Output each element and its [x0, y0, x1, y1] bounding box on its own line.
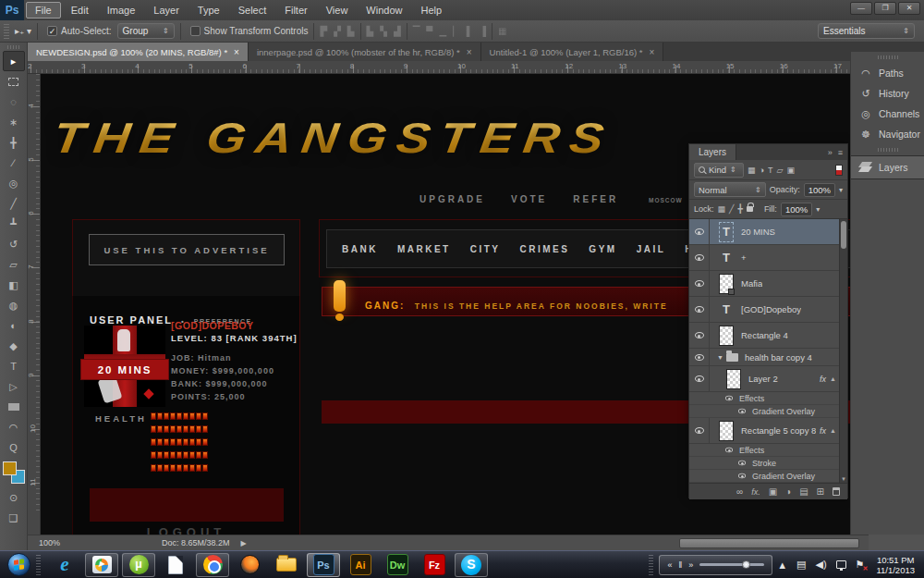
- layers-scrollbar[interactable]: ▼: [839, 219, 847, 483]
- scroll-down-icon[interactable]: ▼: [841, 476, 846, 482]
- filter-pixel-icon[interactable]: ▦: [748, 166, 756, 175]
- status-menu-arrow[interactable]: ▶: [241, 539, 247, 547]
- visibility-toggle[interactable]: [689, 219, 710, 244]
- lasso-tool[interactable]: ◌: [3, 92, 25, 112]
- move-tool[interactable]: ▸: [3, 51, 25, 71]
- taskbar-utorrent[interactable]: µ: [122, 553, 155, 577]
- collapse-effects-icon[interactable]: ▲: [830, 375, 836, 382]
- lock-transparency-icon[interactable]: ▦: [718, 204, 726, 214]
- align-right-edges-icon[interactable]: ▟: [394, 26, 401, 36]
- filter-type-icon[interactable]: T: [768, 166, 773, 175]
- dock-grip[interactable]: [878, 55, 898, 59]
- menu-filter[interactable]: Filter: [276, 3, 315, 18]
- menu-type[interactable]: Type: [189, 3, 228, 18]
- layer-row-god-dopeboy[interactable]: T [GOD]Dopeboy: [689, 297, 847, 323]
- menu-window[interactable]: Window: [358, 3, 410, 18]
- marquee-tool[interactable]: [3, 71, 25, 92]
- group-expand-icon[interactable]: ▼: [717, 354, 723, 361]
- distribute-top-icon[interactable]: ▔: [413, 26, 420, 36]
- menu-edit[interactable]: Edit: [63, 3, 97, 18]
- eyedropper-tool[interactable]: ∕: [3, 153, 25, 173]
- drag-grip[interactable]: [4, 24, 9, 39]
- show-transform-checkbox[interactable]: [190, 26, 201, 36]
- history-brush-tool[interactable]: ↺: [3, 234, 25, 254]
- screen-mode-icon[interactable]: ❑: [3, 508, 25, 528]
- path-selection-tool[interactable]: ▷: [3, 376, 25, 397]
- dock-layers[interactable]: Layers: [851, 155, 924, 179]
- layer-row-rectangle-5-copy-8[interactable]: Rectangle 5 copy 8 fx ▲: [689, 418, 847, 444]
- new-layer-icon[interactable]: ⊞: [817, 486, 824, 497]
- dock-channels[interactable]: ◎ Channels: [851, 104, 924, 124]
- collapse-panel-icon[interactable]: »: [828, 148, 833, 157]
- filter-kind-dropdown[interactable]: Kind ⇕: [694, 163, 744, 178]
- layer-row-layer-2[interactable]: Layer 2 fx ▲: [689, 366, 847, 392]
- minimize-button[interactable]: —: [850, 2, 872, 15]
- tab-close-icon[interactable]: ×: [234, 47, 239, 57]
- effects-row[interactable]: Effects: [689, 392, 847, 405]
- type-tool[interactable]: T: [3, 356, 25, 376]
- rewind-icon[interactable]: «: [667, 560, 672, 570]
- add-layer-style-icon[interactable]: fx.: [751, 487, 760, 497]
- align-bottom-edges-icon[interactable]: ▙: [347, 26, 355, 36]
- visibility-toggle[interactable]: [689, 271, 710, 296]
- layer-row-mafia[interactable]: Mafia: [689, 271, 847, 297]
- media-seek-slider[interactable]: [699, 563, 764, 566]
- forward-icon[interactable]: »: [688, 560, 693, 570]
- eye-icon[interactable]: [725, 396, 733, 401]
- add-adjustment-layer-icon[interactable]: ◑: [785, 486, 791, 497]
- effect-stroke-row[interactable]: Stroke: [689, 457, 847, 470]
- taskbar-skype[interactable]: S: [455, 553, 488, 577]
- taskbar-illustrator[interactable]: Ai: [344, 553, 377, 577]
- tab-innerpage[interactable]: innerpage.psd @ 100% (mobster of the hr,…: [249, 43, 481, 61]
- shape-tool[interactable]: [3, 397, 25, 417]
- taskbar-explorer[interactable]: [270, 553, 303, 577]
- foreground-color-swatch[interactable]: [3, 461, 17, 475]
- dock-history[interactable]: ↺ History: [851, 83, 924, 104]
- tab-newdesign[interactable]: NEWDESIGN.psd @ 100% (20 MINS, RGB/8#) *…: [28, 43, 249, 61]
- effect-gradient-overlay-row[interactable]: Gradient Overlay: [689, 405, 847, 418]
- taskbar-chrome[interactable]: [196, 553, 229, 577]
- brush-tool[interactable]: ╱: [3, 193, 25, 214]
- dock-grip[interactable]: [878, 148, 898, 152]
- eye-icon[interactable]: [725, 448, 733, 453]
- taskbar-media-player[interactable]: [85, 553, 118, 577]
- taskbar-filezilla[interactable]: Fz: [418, 553, 451, 577]
- panel-menu-icon[interactable]: ≡: [838, 148, 843, 157]
- workspace-switcher[interactable]: Essentials⇕: [818, 23, 915, 39]
- visibility-toggle[interactable]: [689, 366, 710, 391]
- layer-row-plus[interactable]: T +: [689, 245, 847, 271]
- eye-icon[interactable]: [738, 409, 746, 414]
- effects-row[interactable]: Effects: [689, 444, 847, 457]
- layers-panel-tab[interactable]: Layers: [689, 144, 736, 160]
- distribute-bottom-icon[interactable]: ▁: [439, 26, 446, 36]
- add-layer-mask-icon[interactable]: ▣: [769, 486, 777, 497]
- layer-group-health-bar[interactable]: ▼ health bar copy 4: [689, 349, 847, 366]
- tray-notes-icon[interactable]: ▤: [796, 559, 806, 571]
- link-layers-icon[interactable]: ∞: [736, 486, 743, 497]
- collapse-effects-icon[interactable]: ▲: [830, 427, 836, 434]
- lock-all-icon[interactable]: [747, 206, 753, 212]
- auto-align-layers-icon[interactable]: ▦: [498, 26, 506, 36]
- effect-gradient-overlay-row[interactable]: Gradient Overlay: [689, 470, 847, 483]
- filter-toggle[interactable]: [835, 165, 843, 176]
- scrollbar-thumb[interactable]: [841, 221, 846, 249]
- eye-icon[interactable]: [738, 461, 746, 466]
- dock-navigator[interactable]: ☸ Navigator: [851, 124, 924, 144]
- auto-select-target-dropdown[interactable]: Group⇕: [117, 23, 175, 39]
- toolbox-grip[interactable]: [7, 45, 20, 49]
- align-top-edges-icon[interactable]: ▛: [320, 26, 327, 36]
- opacity-dropdown-arrow[interactable]: ▾: [839, 186, 843, 194]
- healing-brush-tool[interactable]: ◎: [3, 173, 25, 193]
- pen-tool[interactable]: ◆: [3, 336, 25, 356]
- dock-paths[interactable]: ◠ Paths: [851, 63, 924, 83]
- tab-untitled1[interactable]: Untitled-1 @ 100% (Layer 1, RGB/16) * ×: [481, 43, 664, 61]
- visibility-toggle[interactable]: [689, 245, 710, 270]
- ruler-vertical[interactable]: 4567891011: [28, 74, 41, 535]
- distribute-hcenter-icon[interactable]: ▌: [467, 26, 473, 36]
- zoom-level-field[interactable]: 100%: [39, 538, 60, 547]
- start-button[interactable]: [7, 553, 30, 576]
- filter-smart-object-icon[interactable]: ▣: [786, 166, 795, 175]
- menu-image[interactable]: Image: [99, 3, 144, 18]
- layer-row-rectangle-4[interactable]: Rectangle 4: [689, 323, 847, 349]
- menu-file[interactable]: File: [26, 2, 61, 18]
